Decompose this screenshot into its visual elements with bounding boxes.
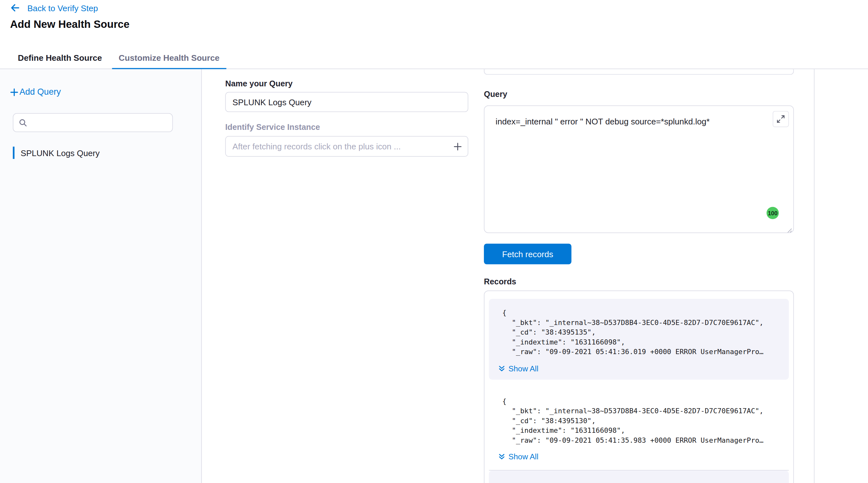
selected-indicator <box>13 147 14 159</box>
record-json-line: "_indextime": "1631166098", <box>512 425 782 435</box>
plus-icon <box>10 88 18 96</box>
record-item: { "_bkt": "_internal~38~D537D8B4-3EC0-4D… <box>489 387 789 468</box>
search-input[interactable] <box>32 118 167 127</box>
show-all-link[interactable]: Show All <box>498 364 538 373</box>
record-json-line: "_raw": "09-09-2021 05:41:35.983 +0000 E… <box>512 435 782 445</box>
record-json-line: "_cd": "38:4395135", <box>512 327 782 337</box>
panel-divider <box>814 69 814 483</box>
record-json-line: "_indextime": "1631166098", <box>512 337 782 347</box>
query-textarea[interactable]: index=_internal " error " NOT debug sour… <box>484 105 794 233</box>
records-panel: { "_bkt": "_internal~38~D537D8B4-3EC0-4D… <box>484 291 794 483</box>
tab-label: Customize Health Source <box>119 53 219 62</box>
fetch-records-button[interactable]: Fetch records <box>484 244 571 264</box>
record-json-line: { <box>502 308 782 318</box>
add-query-label: Add Query <box>20 87 61 97</box>
record-count-badge: 100 <box>767 207 779 219</box>
page-title: Add New Health Source <box>10 19 129 31</box>
record-item <box>489 471 789 483</box>
records-label: Records <box>484 277 516 286</box>
record-json-line: "_cd": "38:4395130", <box>512 416 782 425</box>
double-chevron-down-icon <box>498 453 505 460</box>
page: Back to Verify Step Add New Health Sourc… <box>0 0 868 483</box>
double-chevron-down-icon <box>498 365 505 372</box>
record-json-line: "_bkt": "_internal~38~D537D8B4-3EC0-4D5E… <box>512 318 782 328</box>
search-icon <box>19 118 27 127</box>
tab-bar: Define Health Source Customize Health So… <box>11 46 229 69</box>
identify-service-instance-label: Identify Service Instance <box>225 122 320 131</box>
add-query-button[interactable]: Add Query <box>10 87 61 97</box>
query-label: Query <box>484 90 507 99</box>
record-json-line: "_bkt": "_internal~38~D537D8B4-3EC0-4D5E… <box>512 406 782 416</box>
show-all-label: Show All <box>508 364 538 373</box>
show-all-label: Show All <box>508 452 538 461</box>
plus-icon <box>453 142 462 151</box>
back-link-row[interactable]: Back to Verify Step <box>10 3 98 13</box>
tab-define-health-source[interactable]: Define Health Source <box>11 46 109 69</box>
add-service-instance-button[interactable] <box>448 137 468 156</box>
record-gap <box>489 380 789 387</box>
clipped-input-field[interactable] <box>484 69 794 74</box>
query-search-box[interactable] <box>13 113 173 132</box>
record-item: { "_bkt": "_internal~38~D537D8B4-3EC0-4D… <box>489 299 789 380</box>
record-json-line: { <box>502 396 782 406</box>
record-json-line: "_raw": "09-09-2021 05:41:36.019 +0000 E… <box>512 347 782 357</box>
tab-customize-health-source[interactable]: Customize Health Source <box>112 46 226 69</box>
sidebar-item-splunk-logs-query[interactable]: SPLUNK Logs Query <box>13 147 99 159</box>
page-header: Back to Verify Step Add New Health Sourc… <box>0 0 868 69</box>
query-name-input[interactable] <box>225 92 468 112</box>
service-instance-input[interactable] <box>226 142 448 151</box>
name-your-query-label: Name your Query <box>225 79 292 88</box>
query-text: index=_internal " error " NOT debug sour… <box>496 116 759 126</box>
tab-label: Define Health Source <box>18 53 102 62</box>
query-sidebar: Add Query SPLUNK Logs Query <box>0 69 202 483</box>
expand-icon <box>777 115 785 123</box>
resize-handle[interactable] <box>786 225 793 232</box>
expand-query-button[interactable] <box>773 111 789 127</box>
back-to-verify-step-link[interactable]: Back to Verify Step <box>27 3 98 13</box>
show-all-link[interactable]: Show All <box>498 452 538 461</box>
service-instance-field <box>225 136 468 156</box>
arrow-left-icon <box>10 3 20 13</box>
query-item-label: SPLUNK Logs Query <box>21 148 99 158</box>
